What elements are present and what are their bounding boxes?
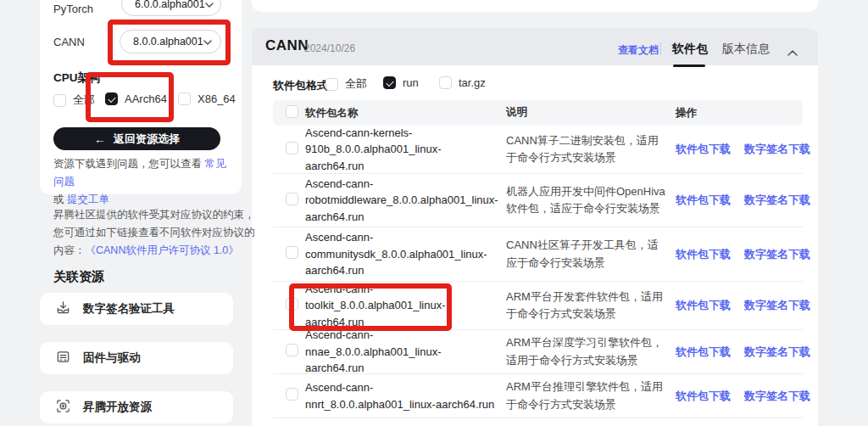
pytorch-version-select[interactable]: 6.0.0.alpha001 <box>121 0 221 16</box>
package-name: Ascend-cann-kernels-910b_8.0.0.alpha001_… <box>305 125 506 175</box>
related-item-signature-tool[interactable]: 数字签名验证工具 <box>40 293 233 325</box>
format-option-targz[interactable]: tar.gz <box>439 76 486 89</box>
package-desc: ARM平台推理引擎软件包，适用于命令行方式安装场景 <box>506 378 676 412</box>
cpu-arch-option-all-label: 全部 <box>73 92 95 108</box>
help-text-2: 或 <box>53 193 64 205</box>
format-option-all[interactable]: 全部 <box>326 76 367 92</box>
row-checkbox[interactable] <box>286 193 298 205</box>
download-signature-link[interactable]: 数字签名下载 <box>744 345 810 360</box>
download-tray-icon <box>55 300 71 318</box>
back-to-resource-button[interactable]: 返回资源选择 <box>53 127 220 150</box>
column-header-name: 软件包名称 <box>305 105 506 121</box>
select-all-checkbox[interactable] <box>286 105 298 118</box>
cann-version-value: 8.0.0.alpha001 <box>133 36 203 48</box>
table-row: Ascend-cann-kernels-910b_8.0.0.alpha001_… <box>273 126 803 174</box>
download-package-link[interactable]: 软件包下载 <box>676 247 731 262</box>
table-row: Ascend-cann-nnrt_8.0.0.alpha001_linux-aa… <box>273 374 803 418</box>
table-row: Ascend-cann-communitysdk_8.0.0.alpha001_… <box>273 227 803 282</box>
back-arrow-icon <box>94 132 106 146</box>
row-checkbox[interactable] <box>286 388 298 401</box>
table-row: Ascend-cann-nnae_8.0.0.alpha001_linux-aa… <box>273 330 803 374</box>
download-signature-link[interactable]: 数字签名下载 <box>744 389 810 404</box>
row-checkbox[interactable] <box>286 344 298 356</box>
active-tab-underline <box>673 64 705 67</box>
download-package-link[interactable]: 软件包下载 <box>676 345 731 360</box>
chevron-down-icon <box>205 0 214 10</box>
download-package-link[interactable]: 软件包下载 <box>676 298 731 313</box>
package-desc: CANN算子二进制安装包，适用于命令行方式安装场景 <box>506 132 676 166</box>
row-checkbox[interactable] <box>286 298 298 311</box>
header-divider <box>660 42 661 54</box>
related-item-firmware-driver[interactable]: 固件与驱动 <box>40 342 233 374</box>
package-format-label: 软件包格式 <box>273 78 328 93</box>
section-title: CANN <box>265 37 309 54</box>
package-name: Ascend-cann-toolkit_8.0.0.alpha001_linux… <box>305 281 506 331</box>
table-row: Ascend-cann-robotmiddleware_8.0.0.alpha0… <box>273 174 803 227</box>
row-checkbox[interactable] <box>286 142 298 154</box>
previous-section-panel <box>252 0 818 12</box>
scan-target-icon <box>55 398 71 417</box>
related-item-label: 固件与驱动 <box>83 350 141 366</box>
package-name: Ascend-cann-communitysdk_8.0.0.alpha001_… <box>305 229 506 279</box>
license-agreement-link[interactable]: 《CANN软件用户许可协议 1.0》 <box>86 244 239 256</box>
download-signature-link[interactable]: 数字签名下载 <box>744 193 810 208</box>
tab-software-package[interactable]: 软件包 <box>672 42 708 57</box>
package-desc: ARM平台开发套件软件包，适用于命令行方式安装场景 <box>506 289 676 322</box>
cpu-arch-option-x86-label: X86_64 <box>198 92 236 105</box>
related-item-label: 数字签名验证工具 <box>83 301 175 317</box>
page: PyTorch 6.0.0.alpha001 CANN 8.0.0.alpha0… <box>0 0 868 426</box>
cpu-arch-option-x86[interactable]: X86_64 <box>178 92 236 105</box>
chevron-down-icon <box>203 36 212 48</box>
download-package-link[interactable]: 软件包下载 <box>676 142 731 157</box>
cpu-arch-option-all[interactable]: 全部 <box>53 92 95 108</box>
help-text-1: 资源下载遇到问题，您可以查看 <box>53 158 202 170</box>
checkbox-checked[interactable] <box>105 92 118 105</box>
submit-ticket-link[interactable]: 提交工单 <box>67 193 109 205</box>
column-header-desc: 说明 <box>506 104 676 121</box>
cpu-arch-option-aarch64[interactable]: AArch64 <box>105 92 167 105</box>
cpu-arch-label: CPU架构 <box>53 70 101 86</box>
view-docs-link[interactable]: 查看文档 <box>618 43 659 58</box>
format-option-targz-label: tar.gz <box>459 76 486 89</box>
pytorch-version-value: 6.0.0.alpha001 <box>135 0 205 10</box>
table-row-toolkit: Ascend-cann-toolkit_8.0.0.alpha001_linux… <box>273 282 803 330</box>
row-checkbox[interactable] <box>286 246 298 259</box>
download-package-link[interactable]: 软件包下载 <box>676 389 731 404</box>
package-name: Ascend-cann-nnrt_8.0.0.alpha001_linux-aa… <box>305 379 506 412</box>
download-help-text: 资源下载遇到问题，您可以查看 常见问题 或 提交工单 <box>53 155 235 209</box>
table-header-row: 软件包名称 说明 操作 <box>273 100 803 126</box>
tab-version-info[interactable]: 版本信息 <box>722 42 770 57</box>
package-name: Ascend-cann-nnae_8.0.0.alpha001_linux-aa… <box>305 327 506 377</box>
package-desc: CANN社区算子开发工具包，适应于命令行安装场景 <box>506 237 676 271</box>
checkbox-unchecked[interactable] <box>178 92 191 105</box>
download-signature-link[interactable]: 数字签名下载 <box>744 247 810 262</box>
package-desc: ARM平台深度学习引擎软件包，适用于命令行方式安装场景 <box>506 334 676 368</box>
package-name: Ascend-cann-robotmiddleware_8.0.0.alpha0… <box>305 176 506 226</box>
related-item-label: 昇腾开放资源 <box>83 400 152 415</box>
pytorch-filter-label: PyTorch <box>53 3 93 15</box>
package-desc: 机器人应用开发中间件OpenHiva软件包，适应于命令行安装场景 <box>506 183 676 217</box>
related-item-open-resources[interactable]: 昇腾开放资源 <box>40 391 233 423</box>
column-header-action: 操作 <box>676 106 697 121</box>
download-signature-link[interactable]: 数字签名下载 <box>744 298 810 313</box>
download-package-link[interactable]: 软件包下载 <box>676 193 731 208</box>
checkbox-unchecked[interactable] <box>326 78 338 91</box>
format-option-run[interactable]: run <box>383 76 419 89</box>
cpu-arch-option-aarch64-label: AArch64 <box>125 92 167 105</box>
checkbox-unchecked[interactable] <box>439 76 452 89</box>
drive-icon <box>55 349 71 367</box>
cann-filter-label: CANN <box>53 36 85 48</box>
format-option-all-label: 全部 <box>345 76 367 92</box>
format-option-run-label: run <box>403 76 419 89</box>
download-signature-link[interactable]: 数字签名下载 <box>744 142 810 157</box>
checkbox-checked[interactable] <box>383 76 396 89</box>
related-resources-title: 关联资源 <box>53 269 104 285</box>
license-text: 昇腾社区提供的软件受其对应协议的约束，您可通过如下链接查看不同软件对应协议的内容… <box>53 206 257 260</box>
cann-version-select[interactable]: 8.0.0.alpha001 <box>120 30 221 53</box>
release-date: 2024/10/26 <box>304 42 355 54</box>
checkbox-unchecked[interactable] <box>53 94 66 107</box>
back-button-label: 返回资源选择 <box>114 132 180 147</box>
chevron-up-icon[interactable] <box>787 44 798 59</box>
